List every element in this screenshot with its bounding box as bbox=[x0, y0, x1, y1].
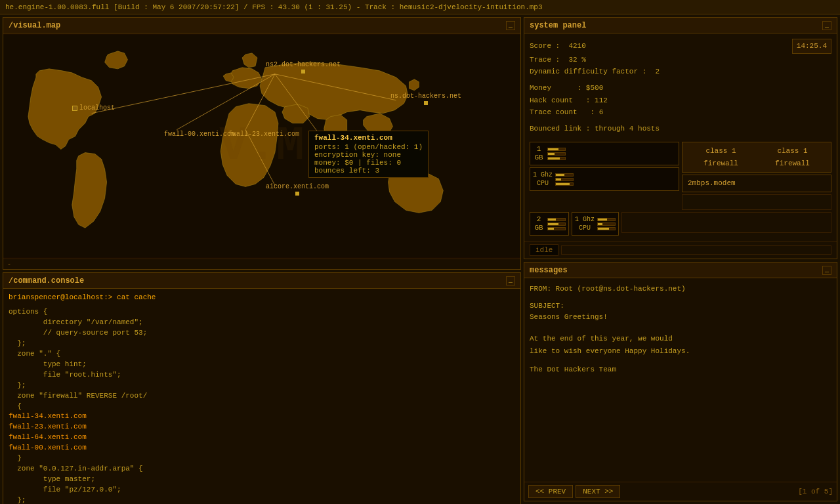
messages-panel: messages _ FROM: Root (root@ns.dot-hacke… bbox=[524, 262, 837, 501]
visual-map-title: /visual.map bbox=[9, 21, 60, 30]
tooltip-money: money: $0 | files: 0 bbox=[314, 159, 423, 167]
msg-from: FROM: Root (root@ns.dot-hackers.net) bbox=[530, 284, 831, 295]
msg-page: [1 of 5] bbox=[798, 488, 833, 495]
money-value: : $500 bbox=[578, 84, 604, 92]
hw-slot4 bbox=[621, 212, 831, 233]
tooltip-title: fwall-34.xenti.com bbox=[314, 134, 423, 142]
hw-ram1: 1GB bbox=[530, 142, 679, 165]
map-footer-text: - bbox=[7, 261, 516, 268]
console-minimize[interactable]: _ bbox=[506, 276, 515, 285]
map-tooltip: fwall-34.xenti.com ports: 1 (open/hacked… bbox=[308, 131, 429, 178]
hw-right: class 1 firewallclass 1 firewall 2mbps.m… bbox=[682, 142, 831, 210]
system-panel-minimize[interactable]: _ bbox=[822, 21, 831, 30]
hardware-section: 1GB 1 GhzCPU bbox=[530, 142, 831, 210]
node-ns2: ns2.dot-hackers.net bbox=[266, 61, 341, 74]
hw-ram2: 2GB bbox=[530, 212, 569, 236]
map-footer: - bbox=[3, 259, 520, 269]
messages-header: messages _ bbox=[524, 262, 837, 278]
hw-cpu1: 1 GhzCPU bbox=[530, 167, 679, 191]
trace-value: 32 % bbox=[568, 56, 585, 64]
msg-subject-label: SUBJECT: bbox=[530, 301, 831, 312]
difficulty-label: Dynamic difficulty factor : bbox=[530, 68, 646, 75]
hw-cpu2: 1 GhzCPU bbox=[572, 212, 619, 236]
map-content: localhost ns2.dot-hackers.net ns.dot-hac… bbox=[3, 33, 520, 259]
node-ns: ns.dot-hackers.net bbox=[390, 93, 461, 105]
messages-content: FROM: Root (root@ns.dot-hackers.net) SUB… bbox=[524, 278, 837, 482]
console-panel: /command.console _ brianspencer@localhos… bbox=[3, 272, 521, 504]
visual-map-panel: /visual.map _ bbox=[3, 17, 521, 270]
titlebar-text: he.engine-1.00.0083.full [Build : May 6 … bbox=[5, 3, 543, 11]
console-fwall23: fwall-23.xenti.com bbox=[9, 422, 515, 432]
localhost-label: localhost bbox=[79, 104, 115, 112]
console-body: options { directory "/var/named"; // que… bbox=[9, 307, 515, 504]
messages-minimize[interactable]: _ bbox=[822, 266, 831, 275]
modem-button[interactable]: 2mbps.modem bbox=[682, 175, 831, 192]
world-map-svg bbox=[3, 33, 520, 259]
firewall-button[interactable]: class 1 firewallclass 1 firewall bbox=[682, 142, 831, 173]
hw-cpu1-bars bbox=[555, 173, 574, 186]
bounced-label: Bounced link : through 4 hosts bbox=[530, 125, 660, 133]
hack-value: : 112 bbox=[586, 96, 608, 104]
time-display: 14:25.4 bbox=[792, 39, 831, 54]
trace-label: Trace : bbox=[530, 56, 560, 64]
status-progress-bar bbox=[561, 245, 831, 255]
score-label: Score : bbox=[530, 42, 560, 50]
status-idle: idle bbox=[530, 244, 558, 256]
tooltip-ports: ports: 1 (open/hacked: 1) bbox=[314, 143, 423, 151]
visual-map-header: /visual.map _ bbox=[3, 18, 520, 33]
visual-map-minimize[interactable]: _ bbox=[506, 21, 515, 30]
ns2-label: ns2.dot-hackers.net bbox=[266, 61, 341, 68]
titlebar: he.engine-1.00.0083.full [Build : May 6 … bbox=[0, 0, 840, 14]
msg-body: At the end of this year, we would like t… bbox=[530, 333, 831, 376]
console-prompt1: brianspencer@localhost:> cat cache bbox=[9, 293, 515, 303]
money-label: Money bbox=[530, 84, 551, 92]
tooltip-bounces: bounces left: 3 bbox=[314, 167, 423, 175]
system-panel-title: system panel bbox=[530, 21, 586, 30]
system-content: Score : 4210 14:25.4 Trace : 32 % Dynami… bbox=[524, 33, 837, 241]
hw-ram1-bars bbox=[547, 148, 566, 160]
trace-count-value: : 6 bbox=[590, 108, 603, 116]
console-header: /command.console _ bbox=[3, 273, 520, 289]
hw-slot3 bbox=[682, 194, 831, 210]
system-panel-header: system panel _ bbox=[524, 18, 837, 33]
console-fwall64: fwall-64.xenti.com bbox=[9, 432, 515, 443]
hw-left: 1GB 1 GhzCPU bbox=[530, 142, 679, 210]
tooltip-encryption: encryption key: none bbox=[314, 151, 423, 159]
ns-label: ns.dot-hackers.net bbox=[390, 93, 461, 100]
console-fwall34: fwall-34.xenti.com bbox=[9, 411, 515, 422]
status-bar: idle bbox=[524, 241, 837, 259]
node-fwall23: fwall-23.xenti.com bbox=[228, 131, 299, 138]
console-title: /command.console bbox=[9, 276, 84, 285]
system-panel: system panel _ Score : 4210 14:25.4 Trac… bbox=[524, 17, 837, 259]
next-button[interactable]: NEXT >> bbox=[576, 485, 620, 498]
prev-button[interactable]: << PREV bbox=[528, 485, 573, 498]
messages-footer: << PREV NEXT >> [1 of 5] bbox=[524, 482, 837, 501]
hw-bottom-row: 2GB 1 GhzCPU bbox=[530, 212, 831, 236]
node-localhost: localhost bbox=[72, 104, 115, 112]
score-value: 4210 bbox=[568, 42, 585, 50]
msg-subject: Seasons Greetings! bbox=[530, 312, 831, 324]
console-content: brianspencer@localhost:> cat cache optio… bbox=[3, 289, 520, 504]
console-fwall00: fwall-00.xenti.com bbox=[9, 443, 515, 453]
fwall23-label: fwall-23.xenti.com bbox=[228, 131, 299, 138]
difficulty-value: 2 bbox=[655, 68, 660, 75]
aicore-label: aicore.xenti.com bbox=[266, 183, 329, 190]
node-fwall00: fwall-00.xenti.com bbox=[164, 131, 235, 138]
messages-title: messages bbox=[530, 266, 568, 275]
hack-label: Hack count bbox=[530, 96, 573, 104]
node-aicore: aicore.xenti.com bbox=[266, 183, 329, 196]
trace-count-label: Trace count bbox=[530, 108, 578, 116]
fwall00-label: fwall-00.xenti.com bbox=[164, 131, 235, 138]
